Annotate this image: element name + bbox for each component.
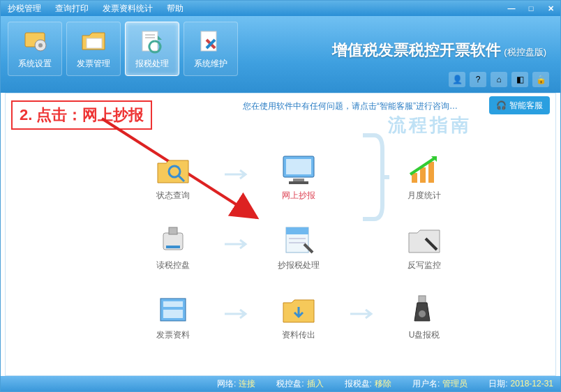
usb-stick-icon xyxy=(405,293,444,326)
toolbar-system-maintain[interactable]: 系统维护 xyxy=(184,22,238,76)
toolbar-tax-process[interactable]: 报税处理 xyxy=(125,22,179,76)
cell-label: U盘报税 xyxy=(409,329,440,341)
status-network: 网络:连接 xyxy=(217,378,255,390)
export-folder-icon xyxy=(279,293,318,326)
svg-rect-6 xyxy=(145,37,155,38)
status-report-disk: 报税盘:移除 xyxy=(345,378,391,390)
content-area: 您在使用软件中有任何问题，请点击“智能客服”进行咨询… 🎧 智能客服 2. 点击… xyxy=(5,93,556,376)
svg-rect-20 xyxy=(166,246,180,248)
menu-item[interactable]: 帮助 xyxy=(160,1,190,16)
cell-label: 网上抄报 xyxy=(282,190,315,202)
flow-invoice-data[interactable]: 发票资料 xyxy=(110,282,236,352)
app-title: 增值税发票税控开票软件(税控盘版) xyxy=(332,40,546,61)
svg-rect-3 xyxy=(87,38,102,48)
status-user: 用户名:管理员 xyxy=(412,378,468,390)
window-controls: — □ ✕ xyxy=(502,1,560,16)
svg-rect-19 xyxy=(169,227,177,234)
svg-point-29 xyxy=(419,310,426,317)
lock-icon[interactable]: 🔒 xyxy=(532,72,549,87)
flow-monthly-stats[interactable]: 月度统计 xyxy=(361,142,487,212)
minimize-icon[interactable]: — xyxy=(502,1,521,16)
flow-usb-report[interactable]: U盘报税 xyxy=(361,282,487,352)
svg-rect-22 xyxy=(286,227,308,234)
svg-rect-26 xyxy=(163,301,183,307)
menu-item[interactable]: 发票资料统计 xyxy=(96,1,160,16)
document-edit-icon xyxy=(279,223,318,257)
maintain-icon xyxy=(197,29,225,54)
flow-read-device[interactable]: 读税控盘 xyxy=(110,212,236,282)
flow-report-process[interactable]: 抄报税处理 xyxy=(236,212,361,282)
svg-rect-14 xyxy=(289,181,308,184)
menu-item[interactable]: 抄税管理 xyxy=(1,1,48,16)
svg-rect-13 xyxy=(293,179,304,181)
cell-label: 发票资料 xyxy=(156,329,190,341)
folder-icon xyxy=(80,29,107,54)
monitor-icon xyxy=(279,153,318,187)
search-folder-icon xyxy=(154,153,193,187)
svg-rect-5 xyxy=(145,34,155,36)
flow-data-export[interactable]: 资料传出 xyxy=(236,282,361,352)
status-device: 税控盘:插入 xyxy=(276,378,323,390)
tax-icon xyxy=(138,29,166,54)
svg-rect-17 xyxy=(428,162,434,183)
folder-pen-icon xyxy=(405,223,444,257)
chart-icon xyxy=(405,153,444,187)
toolbar-label: 系统设置 xyxy=(18,58,52,70)
cell-label: 状态查询 xyxy=(156,190,190,202)
statusbar: 网络:连接 税控盘:插入 报税盘:移除 用户名:管理员 日期:2018-12-3… xyxy=(1,376,560,391)
svg-rect-12 xyxy=(286,159,311,174)
svg-rect-28 xyxy=(419,296,426,303)
toolbar-label: 系统维护 xyxy=(194,58,227,70)
settings-icon xyxy=(21,29,49,54)
toolbar: 系统设置 发票管理 报税处理 系统维护 增值税发 xyxy=(1,16,560,93)
toolbar-label: 报税处理 xyxy=(135,58,169,70)
headset-icon: 🎧 xyxy=(496,100,507,110)
svg-rect-27 xyxy=(163,310,183,318)
home-icon[interactable]: ⌂ xyxy=(491,72,507,87)
svg-point-2 xyxy=(38,43,43,47)
annotation-callout: 2. 点击：网上抄报 xyxy=(11,100,152,130)
help-icon[interactable]: ? xyxy=(470,72,486,87)
flow-title: 流程指南 xyxy=(388,113,472,137)
cell-label: 抄报税处理 xyxy=(278,259,320,271)
svg-rect-16 xyxy=(420,167,426,183)
user-icon[interactable]: 👤 xyxy=(449,72,465,87)
titlebar: 抄税管理 查询打印 发票资料统计 帮助 — □ ✕ xyxy=(1,1,560,16)
cell-label: 反写监控 xyxy=(407,259,441,271)
drawer-icon xyxy=(154,293,193,326)
notice-text: 您在使用软件中有任何问题，请点击“智能客服”进行咨询… xyxy=(243,98,479,114)
flow-grid: 状态查询 网上抄报 月度统计 读税控盘 抄报税处理 xyxy=(110,142,487,352)
toolbar-invoice-manage[interactable]: 发票管理 xyxy=(66,22,121,76)
maximize-icon[interactable]: □ xyxy=(521,1,541,16)
toolbar-system-settings[interactable]: 系统设置 xyxy=(8,22,62,76)
flow-online-report[interactable]: 网上抄报 xyxy=(236,142,361,212)
smart-service-button[interactable]: 🎧 智能客服 xyxy=(489,96,550,114)
menu-item[interactable]: 查询打印 xyxy=(48,1,96,16)
usb-device-icon xyxy=(154,223,193,257)
close-icon[interactable]: ✕ xyxy=(541,1,560,16)
app-window: 抄税管理 查询打印 发票资料统计 帮助 — □ ✕ 系统设置 发票管理 xyxy=(0,0,561,392)
flow-writeback-monitor[interactable]: 反写监控 xyxy=(361,212,487,282)
cell-label: 资料传出 xyxy=(282,329,315,341)
flow-status-query[interactable]: 状态查询 xyxy=(110,142,236,212)
header-actions: 👤 ? ⌂ ◧ 🔒 xyxy=(449,72,549,87)
toolbar-label: 发票管理 xyxy=(77,58,110,70)
cell-label: 月度统计 xyxy=(407,190,441,202)
cell-label: 读税控盘 xyxy=(156,259,190,271)
theme-icon[interactable]: ◧ xyxy=(511,72,528,87)
status-date: 日期:2018-12-31 xyxy=(488,378,553,390)
